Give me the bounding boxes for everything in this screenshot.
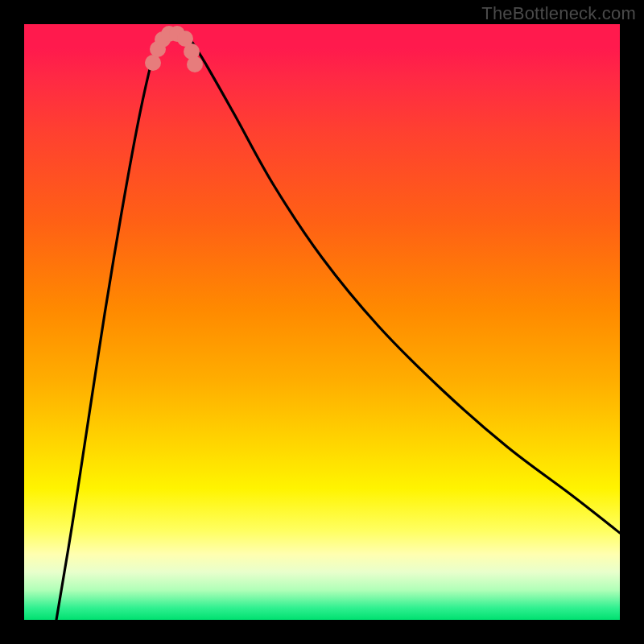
chart-frame <box>24 24 620 620</box>
curve-right-branch <box>185 32 620 533</box>
watermark-text: TheBottleneck.com <box>481 3 636 24</box>
valley-markers <box>145 26 203 72</box>
curve-left-branch <box>56 32 166 620</box>
valley-marker <box>187 56 203 72</box>
chart-svg <box>24 24 620 620</box>
valley-marker <box>145 55 161 71</box>
